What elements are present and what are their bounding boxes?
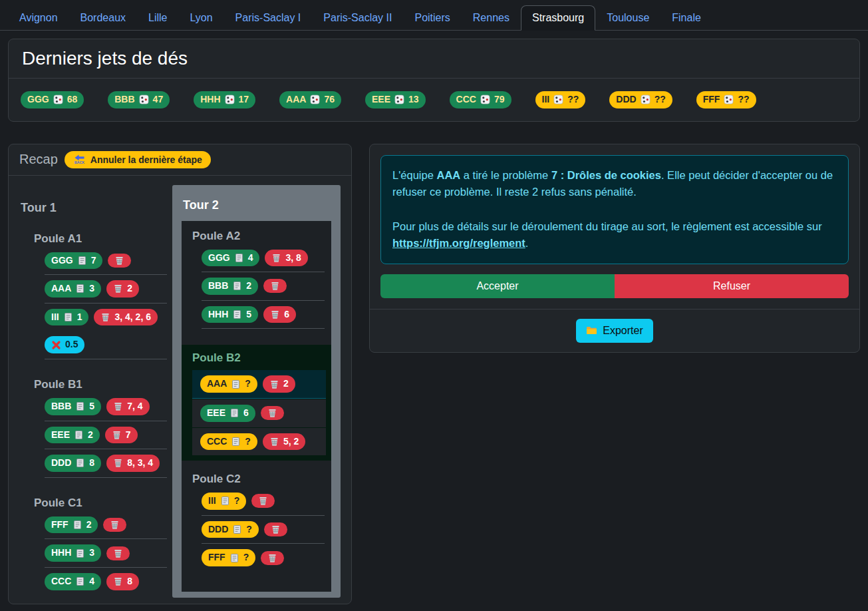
rejected-problems-badge: 8 — [106, 573, 139, 590]
team-code: GGG — [27, 93, 49, 106]
poule-a1: Poule A1 GGG7 AAA3 2 III1 — [34, 232, 167, 359]
tab-paris-saclay-2[interactable]: Paris-Saclay II — [312, 5, 403, 31]
tab-lille[interactable]: Lille — [137, 5, 178, 31]
problem-sheet-icon — [72, 520, 82, 530]
decision-button-group: Accepter Refuser — [380, 274, 849, 298]
team-problem-badge: III1 — [45, 309, 88, 326]
venue-tabs: Avignon Bordeaux Lille Lyon Paris-Saclay… — [0, 0, 868, 31]
recap-header: Recap Annuler la dernière étape — [9, 144, 351, 176]
problem-number: ? — [245, 435, 251, 449]
rejected-problems-badge — [261, 406, 284, 420]
dice-value: ?? — [738, 93, 749, 106]
team-code: GGG — [208, 252, 230, 265]
export-button[interactable]: Exporter — [576, 319, 652, 343]
team-row: DDD8 8, 3, 4 — [45, 449, 167, 478]
tab-lyon[interactable]: Lyon — [179, 5, 224, 31]
penalty-value: 0.5 — [65, 338, 78, 351]
tab-strasbourg[interactable]: Strasbourg — [521, 5, 595, 31]
problem-number: ? — [246, 523, 252, 536]
team-row: BBB5 7, 4 — [45, 393, 167, 421]
problem-sheet-icon — [74, 430, 84, 440]
tab-toulouse[interactable]: Toulouse — [595, 5, 660, 31]
team-problem-badge: III? — [202, 493, 246, 510]
team-row: HHH5 6 — [202, 301, 325, 329]
alert-text: a tiré le problème — [460, 169, 551, 181]
tab-rennes[interactable]: Rennes — [462, 5, 521, 31]
alert-paragraph-1: L'équipe AAA a tiré le problème 7 : Drôl… — [392, 167, 837, 201]
problem-number: 7 — [91, 254, 96, 268]
tour1-column: Tour 1 Poule A1 GGG7 AAA3 2 — [19, 185, 167, 604]
trash-icon — [269, 437, 279, 447]
trash-icon — [267, 553, 277, 563]
undo-last-step-button[interactable]: Annuler la dernière étape — [65, 151, 211, 168]
dice-roll-badge: BBB47 — [108, 91, 170, 108]
problem-number: 4 — [248, 252, 253, 265]
team-row: GGG7 — [45, 247, 167, 276]
poule-name: Poule B1 — [34, 378, 167, 391]
problem-sheet-icon — [75, 576, 85, 586]
poule-name: Poule C1 — [34, 497, 167, 510]
problem-sheet-icon — [234, 253, 244, 263]
team-code: III — [208, 495, 216, 508]
dice-icon — [225, 95, 235, 104]
problem-number: 8 — [89, 457, 94, 470]
team-problem-badge: HHH5 — [202, 306, 258, 323]
recap-card: Recap Annuler la dernière étape Tour 1 P… — [8, 144, 352, 604]
tab-poitiers[interactable]: Poitiers — [403, 5, 461, 31]
poule-b2-current: Poule B2 AAA? 2 EEE6 — [182, 345, 331, 461]
problem-number: 5 — [246, 308, 251, 321]
dice-value: 76 — [324, 93, 335, 106]
team-problem-badge: HHH3 — [45, 544, 101, 562]
trash-icon — [270, 281, 280, 291]
dice-roll-badge: HHH17 — [194, 91, 255, 108]
team-row: DDD? — [202, 516, 325, 544]
dice-roll-badge: GGG68 — [21, 91, 84, 108]
tab-finale[interactable]: Finale — [660, 5, 712, 31]
poule-name: Poule A1 — [34, 232, 167, 246]
dice-roll-badge: FFF?? — [696, 91, 756, 108]
dice-icon — [724, 95, 734, 104]
team-problem-badge: CCC4 — [45, 573, 101, 590]
problem-sheet-icon — [75, 458, 85, 468]
rejected-problems-badge: 7 — [105, 427, 138, 444]
problem-number: ? — [245, 377, 251, 391]
rejected-list: 8 — [127, 575, 132, 588]
rejected-problems-badge — [264, 522, 287, 536]
tour1-title: Tour 1 — [21, 201, 167, 215]
alert-paragraph-2: Pour plus de détails sur le déroulement … — [392, 218, 837, 252]
team-code: HHH — [200, 93, 220, 106]
tab-avignon[interactable]: Avignon — [8, 5, 69, 31]
tab-bordeaux[interactable]: Bordeaux — [69, 5, 138, 31]
problem-sheet-icon — [229, 553, 239, 563]
team-code: CCC — [51, 575, 71, 588]
dice-value: ?? — [567, 93, 579, 106]
team-problem-badge: EEE2 — [45, 427, 100, 444]
problem-sheet-icon — [75, 284, 85, 294]
team-problem-badge: EEE6 — [200, 405, 255, 422]
trash-icon — [269, 379, 279, 389]
problem-sheet-icon — [232, 309, 242, 319]
alert-team-name: AAA — [436, 169, 460, 181]
export-label: Exporter — [603, 325, 643, 337]
rejected-problems-badge: 2 — [263, 375, 295, 393]
back-icon — [73, 154, 86, 164]
reglement-link[interactable]: https://tfjm.org/reglement — [392, 237, 525, 249]
problem-number: 3 — [89, 282, 94, 296]
dice-badges-row: GGG68 BBB47 HHH17 AAA76 EEE13 CCC79 III?… — [9, 79, 859, 121]
trash-icon — [110, 520, 120, 530]
problem-sheet-icon — [75, 401, 85, 411]
accept-button[interactable]: Accepter — [380, 274, 615, 298]
dice-icon — [480, 95, 490, 104]
problem-number: 2 — [246, 280, 251, 293]
rejected-list: 3, 8 — [285, 252, 301, 265]
refuse-button[interactable]: Refuser — [615, 274, 849, 298]
dice-card-title: Derniers jets de dés — [9, 39, 859, 79]
dice-roll-badge: DDD?? — [609, 91, 672, 108]
tab-paris-saclay-1[interactable]: Paris-Saclay I — [224, 5, 313, 31]
dice-icon — [394, 95, 404, 104]
dice-icon — [310, 95, 320, 104]
trash-icon — [270, 309, 280, 319]
team-code: AAA — [51, 282, 71, 296]
team-code: CCC — [207, 435, 227, 449]
team-problem-badge: BBB5 — [45, 398, 101, 415]
